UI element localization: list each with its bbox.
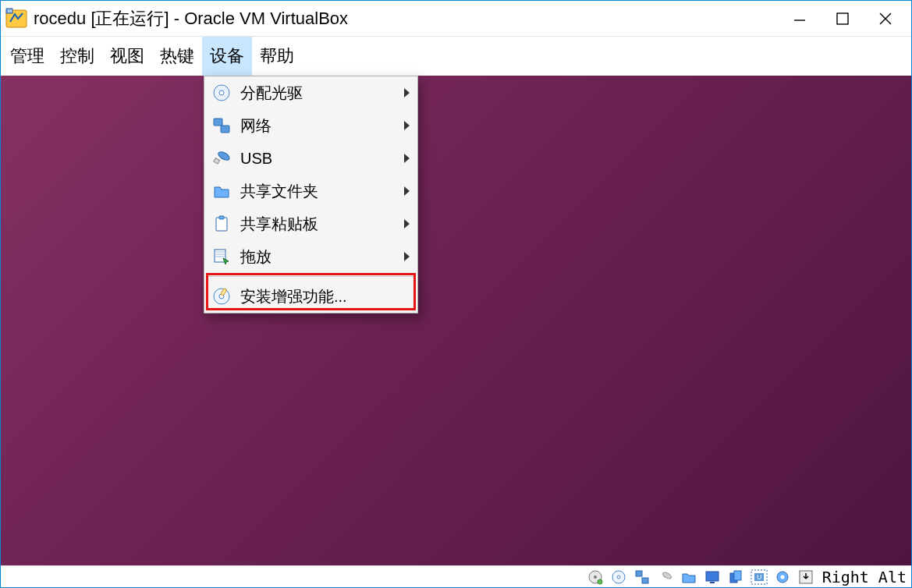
shared-folder-icon <box>211 180 232 202</box>
menu-label: 管理 <box>10 44 44 68</box>
menu-manage[interactable]: 管理 <box>2 37 52 76</box>
network-icon <box>211 115 232 136</box>
titlebar: 64 rocedu [正在运行] - Oracle VM VirtualBox <box>1 1 911 37</box>
svg-point-35 <box>780 575 784 579</box>
menu-control[interactable]: 控制 <box>52 37 102 76</box>
svg-rect-27 <box>706 572 719 581</box>
menu-item-label: 拖放 <box>240 246 411 267</box>
menu-label: 设备 <box>210 44 244 68</box>
menu-label: 控制 <box>60 44 94 68</box>
menu-item-label: USB <box>240 150 411 168</box>
menu-item-shared-clipboard[interactable]: 共享粘贴板 <box>204 207 417 240</box>
menu-view[interactable]: 视图 <box>102 37 152 76</box>
menu-label: 帮助 <box>260 44 294 68</box>
submenu-arrow-icon <box>404 219 410 228</box>
svg-rect-4 <box>837 13 848 24</box>
menu-label: 热键 <box>160 44 194 68</box>
unity-icon[interactable]: U <box>750 568 768 586</box>
hard-disk-icon[interactable] <box>586 568 605 586</box>
menu-label: 视图 <box>110 44 144 68</box>
svg-text:U: U <box>757 573 762 581</box>
menu-item-shared-folders[interactable]: 共享文件夹 <box>204 175 417 207</box>
submenu-arrow-icon <box>404 186 410 196</box>
devices-dropdown: 分配光驱 网络 USB 共享文件夹 <box>204 76 418 313</box>
svg-rect-9 <box>214 119 222 126</box>
statusbar: U Right Alt <box>1 565 911 587</box>
menu-help[interactable]: 帮助 <box>252 37 302 76</box>
svg-rect-13 <box>216 218 227 231</box>
minimize-button[interactable] <box>778 1 821 36</box>
svg-text:64: 64 <box>8 9 12 13</box>
svg-point-26 <box>662 571 672 579</box>
optical-disc-icon[interactable] <box>609 568 628 586</box>
download-icon[interactable] <box>797 568 815 586</box>
window-title: rocedu [正在运行] - Oracle VM VirtualBox <box>34 7 778 30</box>
menu-item-label: 分配光驱 <box>240 83 411 104</box>
submenu-arrow-icon <box>404 88 410 97</box>
svg-rect-28 <box>710 582 715 583</box>
menu-item-label: 共享文件夹 <box>240 181 411 202</box>
menu-item-network[interactable]: 网络 <box>204 109 417 142</box>
clipboard-indicator-icon[interactable] <box>726 568 745 586</box>
menu-item-usb[interactable]: USB <box>204 142 417 175</box>
usb-icon <box>211 147 232 169</box>
vm-viewport[interactable]: 分配光驱 网络 USB 共享文件夹 <box>1 76 911 565</box>
settings-gear-icon[interactable] <box>773 568 792 586</box>
svg-rect-30 <box>734 571 741 580</box>
menu-hotkeys[interactable]: 热键 <box>152 37 202 76</box>
display-capture-icon[interactable] <box>703 568 722 586</box>
maximize-button[interactable] <box>821 1 864 36</box>
svg-point-8 <box>219 90 224 95</box>
app-window: 64 rocedu [正在运行] - Oracle VM VirtualBox … <box>0 0 912 588</box>
svg-rect-14 <box>219 216 224 219</box>
usb-indicator-icon[interactable] <box>656 568 675 586</box>
menu-item-optical-drives[interactable]: 分配光驱 <box>204 76 417 109</box>
svg-point-23 <box>617 576 620 579</box>
menu-devices[interactable]: 设备 <box>202 37 252 76</box>
menu-item-label: 安装增强功能... <box>240 286 411 307</box>
network-indicator-icon[interactable] <box>633 568 651 586</box>
drag-drop-icon <box>211 246 232 267</box>
submenu-arrow-icon <box>404 252 410 261</box>
menu-item-drag-and-drop[interactable]: 拖放 <box>204 240 417 273</box>
host-key-label: Right Alt <box>822 568 908 586</box>
optical-drive-icon <box>211 82 232 104</box>
menubar: 管理 控制 视图 热键 设备 帮助 <box>1 37 911 76</box>
menu-item-label: 共享粘贴板 <box>240 214 411 235</box>
clipboard-icon <box>211 213 232 235</box>
guest-additions-icon <box>211 285 232 307</box>
close-button[interactable] <box>864 1 907 36</box>
svg-point-21 <box>598 579 602 584</box>
svg-rect-12 <box>214 158 220 164</box>
svg-rect-24 <box>636 571 642 576</box>
menu-item-label: 网络 <box>240 115 411 136</box>
svg-rect-10 <box>221 126 229 133</box>
menu-separator <box>206 276 416 277</box>
virtualbox-app-icon: 64 <box>5 8 27 30</box>
svg-rect-25 <box>642 578 648 583</box>
submenu-arrow-icon <box>404 154 410 163</box>
menu-item-install-guest-additions[interactable]: 安装增强功能... <box>204 280 417 313</box>
submenu-arrow-icon <box>404 121 410 130</box>
svg-point-20 <box>594 576 597 579</box>
folder-indicator-icon[interactable] <box>680 568 698 586</box>
